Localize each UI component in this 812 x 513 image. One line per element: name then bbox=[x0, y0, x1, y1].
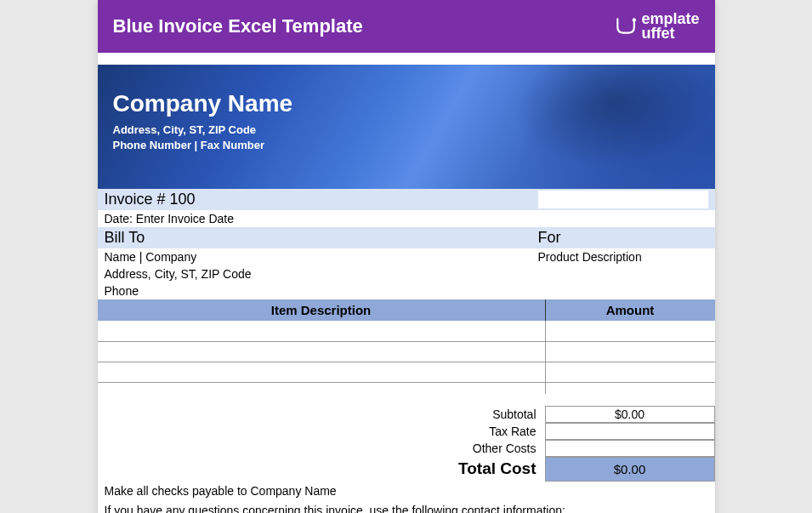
total-row: Total Cost $0.00 bbox=[98, 457, 715, 482]
title-bar: Blue Invoice Excel Template emplate uffe… bbox=[98, 0, 715, 53]
for-heading: For bbox=[538, 229, 708, 247]
billto-phone: Phone bbox=[98, 282, 715, 299]
svg-point-0 bbox=[633, 18, 636, 21]
subtotal-row: Subtotal $0.00 bbox=[98, 406, 715, 423]
total-label: Total Cost bbox=[98, 457, 545, 482]
page-title: Blue Invoice Excel Template bbox=[113, 15, 363, 37]
company-address: Address, City, ST, ZIP Code bbox=[113, 123, 700, 138]
billto-row1: Name | Company Product Description bbox=[98, 248, 715, 265]
item-row bbox=[98, 341, 715, 362]
blank-cell bbox=[538, 191, 708, 208]
billto-address: Address, City, ST, ZIP Code bbox=[98, 265, 715, 282]
subtotal-value: $0.00 bbox=[545, 406, 715, 423]
brand-text: emplate uffet bbox=[641, 12, 699, 41]
brand-logo: emplate uffet bbox=[614, 12, 699, 41]
header-banner: Company Name Address, City, ST, ZIP Code… bbox=[98, 65, 715, 189]
gap bbox=[98, 53, 715, 65]
other-value bbox=[545, 440, 715, 457]
col-item-description: Item Description bbox=[98, 299, 545, 321]
invoice-number-row: Invoice # 100 bbox=[98, 189, 715, 210]
subtotal-label: Subtotal bbox=[98, 406, 545, 423]
other-row: Other Costs bbox=[98, 440, 715, 457]
spacer bbox=[98, 394, 715, 406]
company-name: Company Name bbox=[113, 90, 700, 117]
tax-label: Tax Rate bbox=[98, 423, 545, 440]
billto-for-headings: Bill To For bbox=[98, 227, 715, 248]
invoice-number: Invoice # 100 bbox=[105, 191, 538, 208]
invoice-date: Date: Enter Invoice Date bbox=[98, 210, 715, 227]
item-row bbox=[98, 321, 715, 341]
footer-line1: Make all checks payable to Company Name bbox=[98, 482, 715, 501]
tax-row: Tax Rate bbox=[98, 423, 715, 440]
other-label: Other Costs bbox=[98, 440, 545, 457]
template-page: Blue Invoice Excel Template emplate uffe… bbox=[98, 0, 715, 513]
tax-value bbox=[545, 423, 715, 440]
billto-heading: Bill To bbox=[105, 229, 538, 247]
brand-line2: uffet bbox=[641, 26, 699, 41]
cart-icon bbox=[614, 15, 636, 37]
item-row bbox=[98, 362, 715, 382]
col-amount: Amount bbox=[545, 299, 715, 321]
footer-line2: If you have any questions concerning thi… bbox=[98, 501, 715, 513]
total-value: $0.00 bbox=[545, 457, 715, 482]
company-phonefax: Phone Number | Fax Number bbox=[113, 138, 700, 153]
for-desc: Product Description bbox=[538, 250, 708, 264]
items-table-header: Item Description Amount bbox=[98, 299, 715, 321]
billto-name: Name | Company bbox=[105, 250, 538, 264]
item-row bbox=[98, 382, 715, 394]
invoice-body: Invoice # 100 Date: Enter Invoice Date B… bbox=[98, 189, 715, 513]
